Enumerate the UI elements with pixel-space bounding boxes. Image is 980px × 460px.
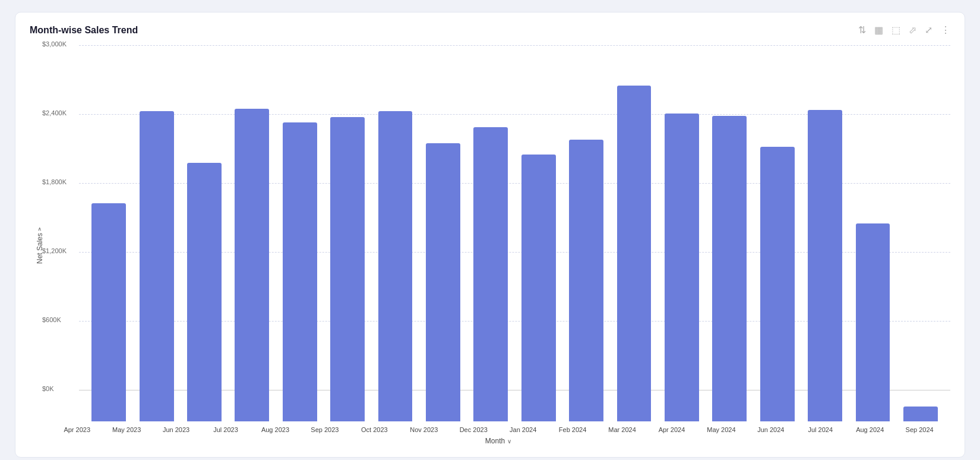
bar[interactable] bbox=[665, 114, 699, 421]
bar[interactable] bbox=[712, 116, 747, 421]
bar[interactable] bbox=[808, 110, 842, 421]
x-axis-label: Nov 2023 bbox=[399, 426, 448, 433]
bar-group[interactable] bbox=[897, 45, 944, 421]
bar-group[interactable] bbox=[562, 45, 610, 421]
x-axis-label: Jul 2024 bbox=[796, 426, 845, 433]
bar-group[interactable] bbox=[228, 45, 276, 421]
x-axis-title[interactable]: Month ∨ bbox=[46, 437, 950, 445]
x-axis-label: Aug 2023 bbox=[251, 426, 300, 433]
bar[interactable] bbox=[426, 143, 460, 421]
bar[interactable] bbox=[903, 407, 938, 421]
bar-chart-icon[interactable]: ▦ bbox=[874, 24, 883, 36]
bar[interactable] bbox=[521, 155, 556, 421]
bar[interactable] bbox=[760, 147, 795, 421]
bar-group[interactable] bbox=[132, 45, 180, 421]
bar[interactable] bbox=[330, 117, 365, 421]
x-axis-labels: Apr 2023May 2023Jun 2023Jul 2023Aug 2023… bbox=[46, 426, 950, 433]
bar[interactable] bbox=[187, 163, 222, 421]
bar[interactable] bbox=[283, 122, 317, 421]
toolbar-icons: ⇅ ▦ ⬚ ⬀ ⤢ ⋮ bbox=[858, 24, 950, 36]
bar[interactable] bbox=[140, 111, 174, 421]
x-axis-label: Jul 2023 bbox=[201, 426, 250, 433]
x-axis-label: Oct 2023 bbox=[350, 426, 399, 433]
x-axis-label: Apr 2023 bbox=[52, 426, 102, 433]
chart-card: Month-wise Sales Trend ⇅ ▦ ⬚ ⬀ ⤢ ⋮ Net S… bbox=[15, 12, 965, 458]
x-axis-chevron[interactable]: ∨ bbox=[507, 438, 511, 445]
bar-group[interactable] bbox=[706, 45, 753, 421]
x-axis-label: May 2023 bbox=[102, 426, 151, 433]
grid-and-bars: $3,000K$2,400K$1,800K$1,200K$600K$0K bbox=[79, 45, 950, 421]
bar-group[interactable] bbox=[324, 45, 371, 421]
bar-group[interactable] bbox=[515, 45, 562, 421]
bar[interactable] bbox=[617, 86, 652, 421]
x-axis-label: Jan 2024 bbox=[498, 426, 548, 433]
bar-group[interactable] bbox=[753, 45, 801, 421]
bar-group[interactable] bbox=[658, 45, 706, 421]
bar-group[interactable] bbox=[371, 45, 419, 421]
x-axis-label: Feb 2024 bbox=[548, 426, 597, 433]
sort-icon[interactable]: ⇅ bbox=[858, 24, 866, 36]
bar-group[interactable] bbox=[85, 45, 132, 421]
bar[interactable] bbox=[378, 111, 413, 421]
bar[interactable] bbox=[473, 127, 508, 421]
bars-container bbox=[79, 45, 950, 421]
x-axis-label: Dec 2023 bbox=[449, 426, 498, 433]
x-axis-label: Jun 2023 bbox=[151, 426, 201, 433]
bar-group[interactable] bbox=[181, 45, 228, 421]
chart-header: Month-wise Sales Trend ⇅ ▦ ⬚ ⬀ ⤢ ⋮ bbox=[30, 24, 950, 36]
bar-group[interactable] bbox=[849, 45, 896, 421]
bar-group[interactable] bbox=[801, 45, 849, 421]
stack-icon[interactable]: ⬚ bbox=[892, 24, 900, 36]
x-axis-label: Aug 2024 bbox=[845, 426, 894, 433]
x-axis-label: Jun 2024 bbox=[746, 426, 795, 433]
chart-area: Net Sales ∨ $3,000K$2,400K$1,800K$1,200K… bbox=[30, 45, 950, 445]
export-icon[interactable]: ⬀ bbox=[909, 24, 916, 36]
bar-group[interactable] bbox=[276, 45, 324, 421]
chart-inner: $3,000K$2,400K$1,800K$1,200K$600K$0K Apr… bbox=[46, 45, 950, 445]
bar-group[interactable] bbox=[467, 45, 514, 421]
x-axis-label: May 2024 bbox=[697, 426, 746, 433]
x-axis-label: Mar 2024 bbox=[598, 426, 647, 433]
bar[interactable] bbox=[569, 140, 603, 421]
more-icon[interactable]: ⋮ bbox=[941, 24, 950, 36]
bar-group[interactable] bbox=[419, 45, 467, 421]
x-axis-label: Sep 2024 bbox=[894, 426, 944, 433]
bar-group[interactable] bbox=[610, 45, 657, 421]
bar[interactable] bbox=[91, 203, 126, 421]
x-axis-label: Sep 2023 bbox=[300, 426, 349, 433]
bar[interactable] bbox=[235, 109, 269, 421]
x-axis-label: Apr 2024 bbox=[647, 426, 696, 433]
bar[interactable] bbox=[856, 223, 890, 421]
chart-title: Month-wise Sales Trend bbox=[30, 25, 138, 36]
expand-icon[interactable]: ⤢ bbox=[925, 24, 932, 36]
